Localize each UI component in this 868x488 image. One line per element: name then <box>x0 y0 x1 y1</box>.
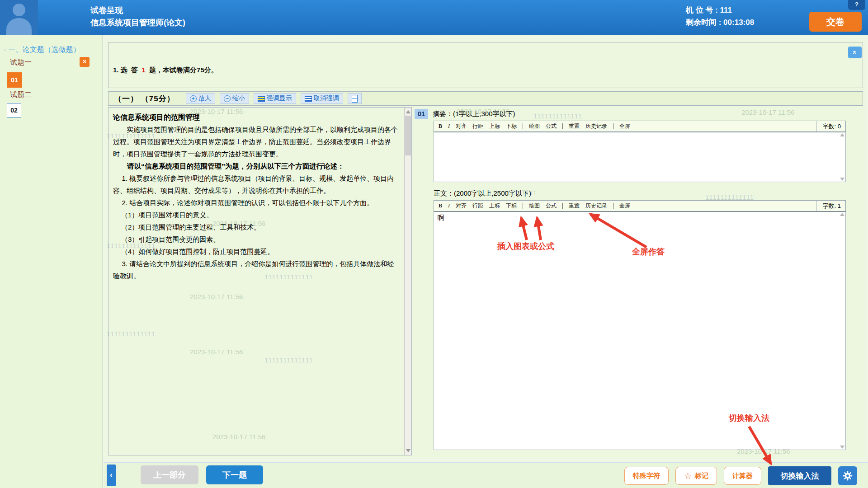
history-button[interactable]: 历史记录 <box>585 202 607 210</box>
history-button[interactable]: 历史记录 <box>585 122 607 130</box>
abstract-editor-area[interactable] <box>434 132 846 182</box>
toolbar-divider <box>523 203 523 209</box>
collapse-instructions-button[interactable]: « <box>848 47 862 58</box>
bold-button[interactable]: B <box>439 202 442 209</box>
minus-circle-icon: − <box>224 95 231 102</box>
annotation-insert-hint: 插入图表或公式 <box>497 241 554 252</box>
essay-question-title: 论信息系统项目的范围管理 <box>113 111 401 123</box>
question-badge-01[interactable]: 01 <box>7 72 22 88</box>
italic-button[interactable]: I <box>448 202 450 209</box>
scroll-down-icon[interactable] <box>839 178 845 181</box>
exam-main-panel: 1. 选 答 1 题，本试卷满分75分。 2.解答应分摘要和正文两部分。在作答时… <box>106 40 865 458</box>
scroll-up-icon[interactable] <box>839 133 845 136</box>
sidebar-item-essay-2[interactable]: 试题二 <box>10 90 32 100</box>
abstract-wordcount: 字数: 0 <box>816 121 841 131</box>
question-scrollbar[interactable] <box>404 108 411 455</box>
question-paragraph: （1）项目范围对项目的意义。 <box>113 209 401 221</box>
scrollbar-thumb[interactable] <box>405 116 411 155</box>
header-bar: 试卷呈现 信息系统项目管理师(论文) 机 位 号 : 111 剩余时间 : 00… <box>0 0 868 35</box>
gear-icon <box>842 470 853 481</box>
chevron-up-icon: « <box>849 51 861 54</box>
question-nav-sidebar: - 一、论文题（选做题） 试题一 × 01 试题二 02 <box>0 35 103 488</box>
question-text-panel: 论信息系统项目的范围管理 实施项目范围管理的目的是包括确保项目做且只做所需的全部… <box>108 107 412 455</box>
reset-button[interactable]: 重置 <box>569 122 580 130</box>
plus-circle-icon: + <box>190 95 197 102</box>
scroll-up-icon[interactable] <box>839 213 845 216</box>
line-spacing-button[interactable]: 行距 <box>472 202 483 210</box>
avatar-torso <box>6 18 32 35</box>
body-label: 正文：(2000字以上,2500字以下) <box>434 189 531 198</box>
align-button[interactable]: 对齐 <box>456 202 467 210</box>
user-avatar-icon <box>0 0 38 35</box>
annotation-fullscreen-hint: 全屏作答 <box>632 246 665 257</box>
align-button[interactable]: 对齐 <box>456 122 467 130</box>
exam-instructions: 1. 选 答 1 题，本试卷满分75分。 2.解答应分摘要和正文两部分。在作答时… <box>108 42 863 88</box>
mark-button[interactable]: ☆标记 <box>675 467 717 485</box>
time-remaining: 剩余时间 : 00:13:08 <box>686 16 754 28</box>
draw-button[interactable]: 绘图 <box>529 202 540 210</box>
superscript-button[interactable]: 上标 <box>489 122 500 130</box>
question-paragraph: （2）项目范围管理的主要过程、工具和技术。 <box>113 221 401 233</box>
toolbar-divider <box>613 123 613 129</box>
fullscreen-button[interactable]: 全屏 <box>619 122 630 130</box>
body-wordcount: 字数: 1 <box>816 201 841 211</box>
scroll-down-icon[interactable] <box>405 447 411 454</box>
abstract-label: 摘要：(1字以上,300字以下) <box>433 110 515 118</box>
italic-button[interactable]: I <box>448 123 450 130</box>
calculator-button[interactable]: 计算器 <box>724 467 761 485</box>
collapse-sidebar-button[interactable]: ‹ <box>107 465 116 486</box>
switch-ime-button[interactable]: 切换输入法 <box>768 466 831 485</box>
zoom-in-button[interactable]: +放大 <box>186 93 215 104</box>
question-paragraph: （4）如何做好项目范围控制，防止项目范围蔓延。 <box>113 245 401 258</box>
question-paragraph: 实施项目范围管理的目的是包括确保项目做且只做所需的全部工作，以顺利完成项目的各个… <box>113 123 401 160</box>
question-badge-02[interactable]: 02 <box>7 103 21 117</box>
abstract-editor-toolbar: B I 对齐 行距 上标 下标 绘图 公式 重置 历史记录 全屏 字数: 0 <box>434 121 846 132</box>
question-toolbar: （一） （75分） +放大 −缩小 强调显示 取消强调 <box>108 91 863 106</box>
body-scrollbar[interactable] <box>839 212 845 450</box>
toolbar-divider <box>613 203 613 209</box>
next-question-button[interactable]: 下一题 <box>206 465 263 484</box>
zoom-out-button[interactable]: −缩小 <box>220 93 249 104</box>
section-score-label: （一） （75分） <box>114 94 175 104</box>
toolbar-divider <box>523 123 523 129</box>
highlight-button[interactable]: 强调显示 <box>254 93 296 104</box>
annotation-ime-hint: 切换输入法 <box>729 413 769 423</box>
scroll-up-icon[interactable] <box>405 108 411 115</box>
fullscreen-button[interactable]: 全屏 <box>619 202 630 210</box>
sidebar-section-title[interactable]: - 一、论文题（选做题） <box>4 45 80 55</box>
highlight-icon <box>258 96 265 102</box>
superscript-button[interactable]: 上标 <box>489 202 500 210</box>
question-paragraph: 1. 概要叙述你所参与管理过的信息系统项目（项目的背景、目标、规模、发起单位、项… <box>113 172 401 197</box>
body-content: 啊 <box>438 214 444 222</box>
draw-button[interactable]: 绘图 <box>529 122 540 130</box>
previous-section-button[interactable]: 上一部分 <box>141 465 198 484</box>
bold-button[interactable]: B <box>439 123 442 130</box>
unhighlight-button[interactable]: 取消强调 <box>301 93 343 104</box>
answer-panel: 01 摘要：(1字以上,300字以下) B I 对齐 行距 上标 下标 绘图 公… <box>415 107 847 455</box>
help-icon[interactable]: ? <box>848 0 865 10</box>
select-count: 1 <box>142 66 145 74</box>
avatar-head <box>13 4 25 16</box>
abstract-scrollbar[interactable] <box>839 132 845 182</box>
star-icon: ☆ <box>684 471 692 481</box>
subscript-button[interactable]: 下标 <box>506 202 517 210</box>
instruction-line-1: 1. 选 答 1 题，本试卷满分75分。 <box>113 65 858 75</box>
reset-button[interactable]: 重置 <box>569 202 580 210</box>
close-icon[interactable]: × <box>80 57 90 67</box>
submit-paper-button[interactable]: 交卷 <box>809 12 862 32</box>
formula-button[interactable]: 公式 <box>546 202 557 210</box>
split-view-button[interactable] <box>348 93 362 104</box>
subscript-button[interactable]: 下标 <box>506 122 517 130</box>
sidebar-item-essay-1[interactable]: 试题一 <box>10 58 32 67</box>
settings-button[interactable] <box>838 466 857 485</box>
unhighlight-icon <box>305 96 312 102</box>
question-paragraph: 3. 请结合论文中所提到的信息系统项目，介绍你是如何进行范围管理的，包括具体做法… <box>113 258 401 282</box>
question-paragraph: 请以“信息系统项目的范围管理”为题，分别从以下三个方面进行论述： <box>113 160 401 172</box>
body-editor-toolbar: B I 对齐 行距 上标 下标 绘图 公式 重置 历史记录 全屏 字数: 1 <box>434 200 846 212</box>
special-chars-button[interactable]: 特殊字符 <box>624 467 669 485</box>
footer-bar: ‹ 上一部分 下一题 特殊字符 ☆标记 计算器 切换输入法 <box>104 462 868 488</box>
line-spacing-button[interactable]: 行距 <box>472 122 483 130</box>
scroll-down-icon[interactable] <box>839 446 845 449</box>
toolbar-divider <box>562 123 563 129</box>
formula-button[interactable]: 公式 <box>546 122 557 130</box>
